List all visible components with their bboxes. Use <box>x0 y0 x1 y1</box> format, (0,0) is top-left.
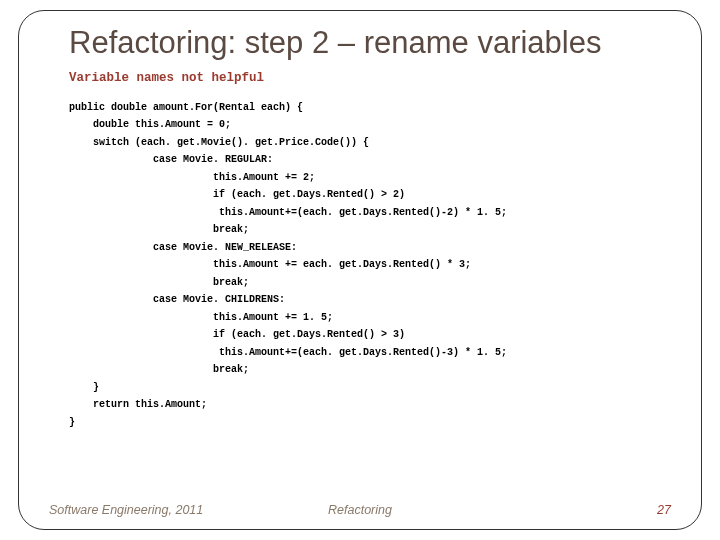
slide-subheading: Variable names not helpful <box>69 71 673 85</box>
footer-center: Refactoring <box>19 503 701 517</box>
slide: Refactoring: step 2 – rename variables V… <box>0 0 720 540</box>
slide-footer: Software Engineering, 2011 Refactoring 2… <box>19 503 701 517</box>
slide-title: Refactoring: step 2 – rename variables <box>69 25 673 61</box>
content-card: Refactoring: step 2 – rename variables V… <box>18 10 702 530</box>
code-block: public double amount.For(Rental each) { … <box>69 99 673 432</box>
